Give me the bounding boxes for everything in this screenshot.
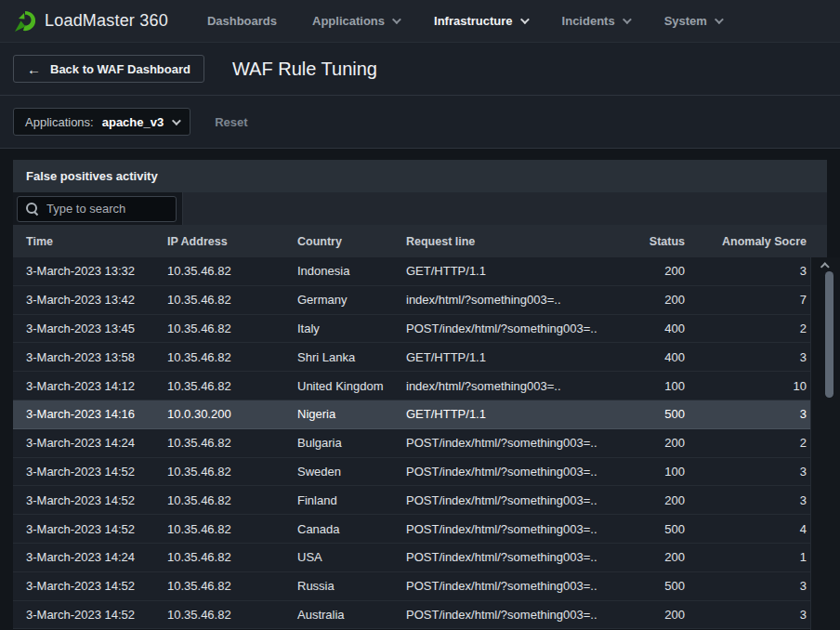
- nav-system[interactable]: System: [664, 14, 721, 28]
- cell-ip-address: 10.35.46.82: [167, 293, 297, 307]
- cell-status: 100: [613, 379, 685, 393]
- cell-ip-address: 10.35.46.82: [167, 436, 297, 450]
- search-icon: [26, 203, 38, 215]
- nav-incidents[interactable]: Incidents: [562, 14, 629, 28]
- filter-bar: Applications: apache_v3 Reset: [0, 96, 840, 149]
- cell-status: 500: [613, 579, 685, 593]
- cell-ip-address: 10.35.46.82: [167, 264, 297, 278]
- table-body: 3-March-2023 13:32 10.35.46.82 Indonesia…: [13, 257, 827, 630]
- cell-anomaly-score: 3: [685, 493, 807, 507]
- cell-anomaly-score: 3: [685, 608, 807, 622]
- cell-ip-address: 10.35.46.82: [167, 579, 297, 593]
- table-row[interactable]: 3-March-2023 14:52 10.35.46.82 Sweden PO…: [13, 458, 827, 487]
- cell-request-line: POST/index/html/?something003=..: [406, 579, 613, 593]
- cell-ip-address: 10.35.46.82: [167, 493, 297, 507]
- cell-anomaly-score: 3: [685, 407, 807, 421]
- col-header-anomaly-score: Anomaly Socre: [685, 235, 807, 248]
- col-header-country: Country: [297, 235, 406, 248]
- back-to-waf-dashboard-button[interactable]: ← Back to WAF Dashboard: [13, 55, 204, 83]
- cell-anomaly-score: 3: [685, 350, 807, 364]
- table-header-row: Time IP Address Country Request line Sta…: [13, 225, 827, 257]
- col-header-request: Request line: [406, 235, 613, 248]
- chevron-down-icon: [520, 15, 530, 24]
- cell-ip-address: 10.35.46.82: [167, 322, 297, 335]
- nav-applications[interactable]: Applications: [312, 14, 399, 28]
- scrollbar-thumb[interactable]: [825, 271, 833, 398]
- cell-country: Germany: [297, 293, 406, 307]
- page-header: ← Back to WAF Dashboard WAF Rule Tuning: [0, 43, 840, 96]
- panel-title: False positives activity: [26, 169, 158, 183]
- filter-selected-value: apache_v3: [102, 115, 164, 129]
- cell-time: 3-March-2023 14:52: [26, 579, 167, 593]
- cell-time: 3-March-2023 13:32: [26, 264, 167, 278]
- table-row[interactable]: 3-March-2023 13:58 10.35.46.82 Shri Lank…: [13, 343, 827, 372]
- cell-country: Indonesia: [297, 264, 406, 278]
- table-row[interactable]: 3-March-2023 14:12 10.35.46.82 United Ki…: [13, 372, 827, 400]
- cell-time: 3-March-2023 13:58: [26, 350, 167, 364]
- cell-country: Russia: [297, 579, 406, 593]
- cell-anomaly-score: 3: [685, 264, 807, 278]
- nav-dashboards[interactable]: Dashboards: [207, 14, 277, 28]
- cell-time: 3-March-2023 14:52: [26, 465, 167, 479]
- cell-request-line: index/html/?something003=..: [406, 293, 613, 307]
- cell-ip-address: 10.35.46.82: [167, 379, 297, 393]
- reset-button[interactable]: Reset: [215, 115, 247, 129]
- table-row[interactable]: 3-March-2023 14:52 10.35.46.82 Canada PO…: [13, 515, 827, 544]
- page-title: WAF Rule Tuning: [232, 59, 377, 80]
- applications-filter-dropdown[interactable]: Applications: apache_v3: [13, 108, 190, 136]
- cell-country: Italy: [297, 322, 406, 335]
- chevron-down-icon: [623, 15, 632, 24]
- cell-ip-address: 10.0.30.200: [167, 407, 297, 421]
- cell-request-line: index/html/?something003=..: [406, 379, 613, 393]
- col-header-time: Time: [26, 235, 167, 248]
- back-button-label: Back to WAF Dashboard: [50, 62, 190, 76]
- cell-time: 3-March-2023 14:52: [26, 493, 167, 507]
- cell-anomaly-score: 10: [685, 379, 807, 393]
- cell-ip-address: 10.35.46.82: [167, 550, 297, 564]
- table-row[interactable]: 3-March-2023 14:16 10.0.30.200 Nigeria G…: [13, 400, 827, 429]
- false-positives-panel: False positives activity Time IP Address…: [13, 160, 827, 630]
- cell-anomaly-score: 1: [685, 550, 807, 564]
- search-cell: [13, 192, 182, 225]
- nav-infrastructure[interactable]: Infrastructure: [434, 14, 527, 28]
- cell-status: 200: [613, 550, 685, 564]
- nav-label: Infrastructure: [434, 14, 513, 28]
- col-header-status: Status: [613, 235, 685, 248]
- cell-country: Nigeria: [297, 407, 406, 421]
- cell-status: 500: [613, 407, 685, 421]
- table-row[interactable]: 3-March-2023 13:32 10.35.46.82 Indonesia…: [13, 257, 827, 286]
- chevron-down-icon: [392, 15, 401, 24]
- cell-status: 400: [613, 322, 685, 335]
- cell-status: 200: [613, 293, 685, 307]
- cell-time: 3-March-2023 14:24: [26, 550, 167, 564]
- table-row[interactable]: 3-March-2023 13:45 10.35.46.82 Italy POS…: [13, 315, 827, 344]
- brand-name: LoadMaster 360: [45, 11, 168, 31]
- cell-request-line: GET/HTTP/1.1: [406, 264, 613, 278]
- back-arrow-icon: ←: [27, 62, 41, 76]
- nav-label: Dashboards: [207, 14, 277, 28]
- cell-country: Sweden: [297, 465, 406, 479]
- scroll-up-icon[interactable]: [820, 262, 830, 271]
- cell-time: 3-March-2023 13:42: [26, 293, 167, 307]
- cell-ip-address: 10.35.46.82: [167, 465, 297, 479]
- cell-country: Bulgaria: [297, 436, 406, 450]
- table-row[interactable]: 3-March-2023 14:24 10.35.46.82 USA POST/…: [13, 544, 827, 572]
- cell-request-line: POST/index/html/?something003=..: [406, 436, 613, 450]
- table-row[interactable]: 3-March-2023 13:42 10.35.46.82 Germany i…: [13, 286, 827, 315]
- cell-status: 500: [613, 522, 685, 536]
- brand-logo[interactable]: LoadMaster 360: [13, 9, 168, 33]
- table-row[interactable]: 3-March-2023 14:52 10.35.46.82 Finland P…: [13, 486, 827, 515]
- cell-time: 3-March-2023 13:45: [26, 322, 167, 335]
- cell-time: 3-March-2023 14:52: [26, 522, 167, 536]
- cell-anomaly-score: 2: [685, 322, 807, 335]
- cell-status: 200: [613, 493, 685, 507]
- table-row[interactable]: 3-March-2023 14:24 10.35.46.82 Bulgaria …: [13, 429, 827, 458]
- table-toolbar: [13, 192, 827, 225]
- chevron-down-icon: [172, 116, 181, 125]
- table-row[interactable]: 3-March-2023 14:52 10.35.46.82 Russia PO…: [13, 572, 827, 601]
- table-row[interactable]: 3-March-2023 14:52 10.35.46.82 Australia…: [13, 601, 827, 630]
- cell-time: 3-March-2023 14:24: [26, 436, 167, 450]
- nav-label: Incidents: [562, 14, 615, 28]
- cell-status: 200: [613, 436, 685, 450]
- cell-time: 3-March-2023 14:52: [26, 608, 167, 622]
